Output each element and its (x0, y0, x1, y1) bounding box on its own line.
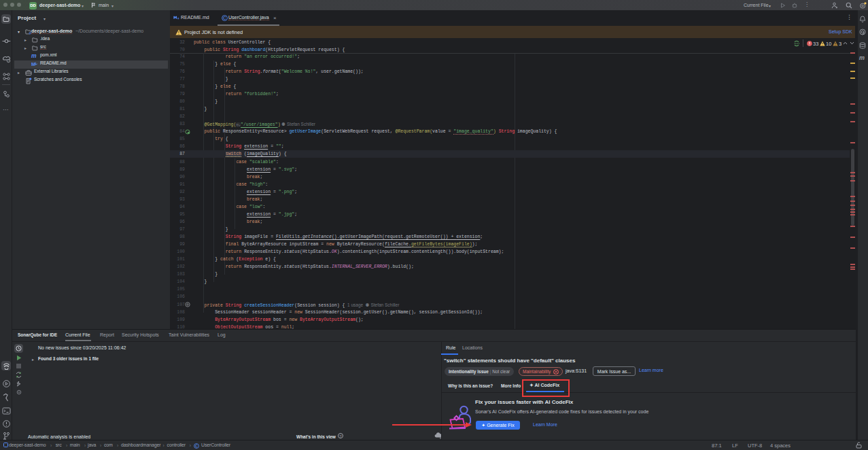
svg-text:M: M (31, 62, 35, 67)
